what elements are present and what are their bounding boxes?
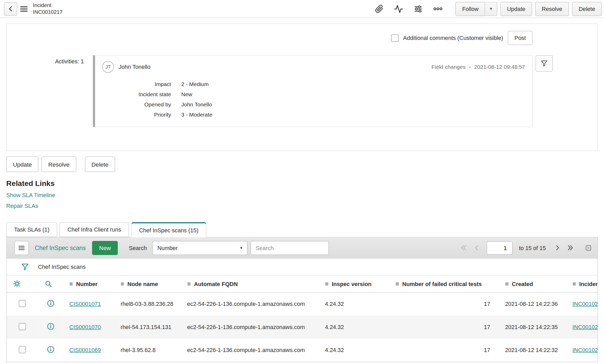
field-value: 3 - Moderate bbox=[181, 110, 212, 120]
tab-task-slas[interactable]: Task SLAs (1) bbox=[6, 222, 57, 237]
update-button[interactable]: Update bbox=[500, 2, 532, 16]
column-menu-icon: ≡ bbox=[69, 281, 73, 287]
activity-stream-icon[interactable] bbox=[392, 2, 406, 16]
page-title: Incident INC0010217 bbox=[33, 2, 63, 15]
node-name-cell: rhel-54.173.154.131 bbox=[114, 316, 181, 339]
activities-count: Activities: 1 bbox=[7, 55, 93, 65]
tab-chef-inspec-scans[interactable]: Chef InSpec scans (15) bbox=[131, 222, 206, 238]
settings-sliders-icon[interactable] bbox=[411, 2, 425, 16]
inspec-version-cell: 4.24.32 bbox=[319, 338, 389, 362]
column-header-incident[interactable]: ≡Incident bbox=[566, 275, 597, 292]
field-value: 2 - Medium bbox=[181, 79, 209, 89]
column-header-inspec-version[interactable]: ≡Inspec version bbox=[319, 275, 389, 292]
search-row-header[interactable] bbox=[38, 275, 63, 292]
caret-down-icon: ▼ bbox=[239, 246, 243, 250]
info-icon[interactable] bbox=[46, 322, 55, 331]
activity-entry-header: JT John Tonello Field changes • 2021-08-… bbox=[102, 61, 525, 73]
column-header-failed-critical-tests[interactable]: ≡Number of failed critical tests bbox=[389, 275, 499, 292]
resolve-button[interactable]: Resolve bbox=[535, 2, 569, 16]
table-row: CIS0001069 rhel-3.95.62.8 ec2-54-226-1-1… bbox=[7, 338, 598, 362]
funnel-icon bbox=[540, 59, 548, 67]
inspec-version-cell: 4.24.32 bbox=[319, 316, 389, 339]
update-button-bottom[interactable]: Update bbox=[6, 156, 39, 172]
column-menu-icon: ≡ bbox=[572, 281, 576, 287]
caret-down-icon: ▾ bbox=[490, 6, 492, 11]
info-icon[interactable] bbox=[46, 299, 55, 308]
customer-visible-checkbox[interactable] bbox=[391, 34, 399, 42]
field-change-row: Incident state New bbox=[102, 89, 525, 99]
delete-button-bottom[interactable]: Delete bbox=[85, 156, 115, 172]
post-button[interactable]: Post bbox=[508, 31, 532, 45]
activity-section: Additional comments (Customer visible) P… bbox=[6, 23, 598, 151]
column-header-number[interactable]: ≡Number bbox=[63, 275, 115, 292]
list-breadcrumb-row: Chef InSpec scans bbox=[7, 259, 598, 275]
tab-chef-infra-client-runs[interactable]: Chef Infra Client runs bbox=[60, 222, 129, 237]
resolve-button-bottom[interactable]: Resolve bbox=[42, 156, 76, 172]
activity-type: Field changes bbox=[431, 64, 466, 70]
search-label: Search bbox=[129, 245, 147, 251]
node-name-cell: rhel8-03-3.88.236.28 bbox=[114, 292, 181, 316]
follow-split-button: Follow ▾ bbox=[455, 2, 497, 16]
created-cell: 2021-08-12 14:22:36 bbox=[499, 292, 566, 316]
info-icon[interactable] bbox=[46, 345, 55, 354]
list-toolbar: Chef InSpec scans New Search Number ▼ bbox=[7, 238, 598, 259]
context-menu-icon[interactable] bbox=[17, 2, 31, 15]
row-checkbox[interactable] bbox=[19, 346, 26, 353]
column-header-node-name[interactable]: ≡Node name bbox=[114, 275, 181, 292]
back-button[interactable] bbox=[4, 2, 17, 15]
more-options-icon[interactable] bbox=[431, 2, 446, 16]
first-page-button[interactable] bbox=[459, 242, 469, 253]
incident-link[interactable]: INC0010217 bbox=[572, 324, 597, 330]
activity-timestamp: 2021-08-12 09:48:57 bbox=[474, 64, 525, 70]
column-menu-icon: ≡ bbox=[121, 281, 124, 287]
list-breadcrumb[interactable]: Chef InSpec scans bbox=[38, 264, 86, 270]
scan-number-link[interactable]: CIS0001070 bbox=[69, 324, 101, 330]
search-field-select[interactable]: Number ▼ bbox=[152, 241, 248, 255]
follow-button[interactable]: Follow bbox=[455, 2, 485, 16]
list-settings-header[interactable] bbox=[7, 275, 38, 292]
gear-icon bbox=[13, 280, 32, 288]
show-sla-timeline-link[interactable]: Show SLA Timeline bbox=[6, 192, 598, 198]
column-menu-icon: ≡ bbox=[505, 281, 509, 287]
header-bar: Incident INC0010217 bbox=[0, 0, 604, 18]
meta-separator-dot: • bbox=[469, 65, 471, 69]
table-row: CIS0001070 rhel-54.173.154.131 ec2-54-22… bbox=[7, 316, 598, 339]
header-actions: Follow ▾ Update Resolve Delete bbox=[372, 2, 602, 16]
inspec-version-cell: 4.24.32 bbox=[319, 292, 389, 316]
follow-dropdown-button[interactable]: ▾ bbox=[485, 2, 497, 16]
incident-link[interactable]: INC0010217 bbox=[572, 301, 597, 307]
comments-row: Additional comments (Customer visible) P… bbox=[7, 24, 598, 45]
field-label: Impact bbox=[102, 79, 171, 89]
list-menu-button[interactable] bbox=[15, 241, 29, 255]
page-input[interactable] bbox=[487, 241, 513, 254]
search-input[interactable] bbox=[251, 241, 329, 255]
page-info: to 15 of 15 bbox=[519, 245, 546, 251]
next-page-button[interactable] bbox=[552, 242, 563, 253]
list-title: Chef InSpec scans bbox=[35, 244, 86, 251]
related-links-title: Related Links bbox=[6, 179, 598, 188]
previous-page-button[interactable] bbox=[472, 242, 482, 253]
last-page-button[interactable] bbox=[565, 242, 576, 253]
activity-rail bbox=[532, 55, 597, 72]
row-checkbox[interactable] bbox=[19, 300, 26, 307]
row-checkbox[interactable] bbox=[19, 323, 26, 330]
column-header-created[interactable]: ≡Created bbox=[499, 275, 566, 292]
failed-tests-cell: 17 bbox=[389, 338, 499, 362]
new-button[interactable]: New bbox=[92, 241, 118, 255]
chevron-left-icon bbox=[473, 244, 481, 252]
field-value: John Tonello bbox=[181, 99, 212, 110]
collapse-list-button[interactable] bbox=[583, 243, 594, 253]
incident-link[interactable]: INC0010217 bbox=[572, 347, 597, 353]
column-menu-icon: ≡ bbox=[187, 281, 191, 287]
repair-slas-link[interactable]: Repair SLAs bbox=[6, 203, 598, 209]
scan-number-link[interactable]: CIS0001069 bbox=[69, 347, 101, 353]
list-pagination: to 15 of 15 bbox=[459, 241, 594, 254]
automate-fqdn-cell: ec2-54-226-1-136.compute-1.amazonaws.com bbox=[181, 316, 319, 339]
column-header-automate-fqdn[interactable]: ≡Automate FQDN bbox=[181, 275, 319, 292]
field-change-row: Priority 3 - Moderate bbox=[102, 110, 525, 120]
attachment-icon[interactable] bbox=[372, 2, 386, 16]
scan-number-link[interactable]: CIS0001071 bbox=[69, 301, 101, 307]
filter-funnel-icon[interactable] bbox=[21, 263, 29, 271]
activity-filter-button[interactable] bbox=[536, 55, 553, 72]
delete-button[interactable]: Delete bbox=[572, 2, 602, 16]
